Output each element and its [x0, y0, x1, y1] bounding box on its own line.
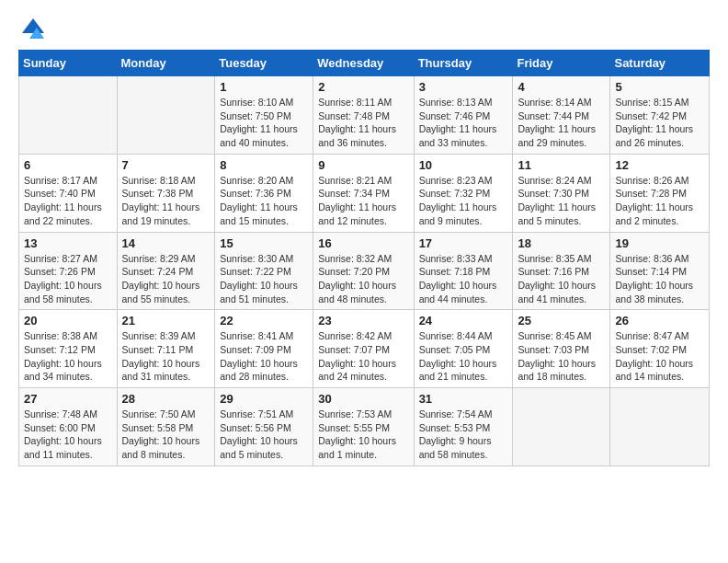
- calendar-week-5: 27Sunrise: 7:48 AMSunset: 6:00 PMDayligh…: [19, 388, 710, 466]
- day-number: 25: [518, 314, 605, 327]
- day-number: 27: [24, 392, 112, 406]
- calendar-cell: 31Sunrise: 7:54 AMSunset: 5:53 PMDayligh…: [414, 388, 513, 466]
- day-detail: Sunrise: 8:29 AMSunset: 7:24 PMDaylight:…: [122, 252, 210, 306]
- day-number: 8: [220, 158, 308, 172]
- calendar-week-3: 13Sunrise: 8:27 AMSunset: 7:26 PMDayligh…: [19, 232, 710, 310]
- day-number: 21: [122, 314, 210, 327]
- calendar-cell: 18Sunrise: 8:35 AMSunset: 7:16 PMDayligh…: [513, 232, 610, 310]
- day-number: 24: [419, 314, 508, 327]
- calendar-cell: 22Sunrise: 8:41 AMSunset: 7:09 PMDayligh…: [215, 310, 313, 388]
- day-number: 15: [220, 236, 308, 250]
- calendar-cell: 9Sunrise: 8:21 AMSunset: 7:34 PMDaylight…: [313, 154, 414, 232]
- day-number: 26: [615, 314, 704, 327]
- calendar-cell: [513, 388, 610, 466]
- day-header-monday: Monday: [117, 51, 215, 76]
- calendar-cell: 23Sunrise: 8:42 AMSunset: 7:07 PMDayligh…: [313, 310, 414, 388]
- logo: [18, 15, 51, 44]
- day-header-friday: Friday: [513, 51, 610, 76]
- day-detail: Sunrise: 8:41 AMSunset: 7:09 PMDaylight:…: [220, 329, 308, 384]
- calendar-cell: 4Sunrise: 8:14 AMSunset: 7:44 PMDaylight…: [513, 76, 610, 155]
- day-detail: Sunrise: 8:11 AMSunset: 7:48 PMDaylight:…: [318, 96, 408, 150]
- day-detail: Sunrise: 8:26 AMSunset: 7:28 PMDaylight:…: [615, 174, 704, 228]
- calendar-cell: [610, 388, 710, 466]
- calendar-cell: 2Sunrise: 8:11 AMSunset: 7:48 PMDaylight…: [313, 76, 414, 155]
- day-number: 29: [220, 392, 308, 406]
- logo-icon: [18, 15, 48, 44]
- day-header-wednesday: Wednesday: [313, 51, 414, 76]
- day-detail: Sunrise: 7:51 AMSunset: 5:56 PMDaylight:…: [220, 408, 308, 462]
- calendar-cell: 13Sunrise: 8:27 AMSunset: 7:26 PMDayligh…: [19, 232, 118, 310]
- calendar-cell: 12Sunrise: 8:26 AMSunset: 7:28 PMDayligh…: [610, 154, 710, 232]
- calendar-cell: 17Sunrise: 8:33 AMSunset: 7:18 PMDayligh…: [414, 232, 513, 310]
- day-detail: Sunrise: 8:23 AMSunset: 7:32 PMDaylight:…: [419, 174, 508, 228]
- day-detail: Sunrise: 8:10 AMSunset: 7:50 PMDaylight:…: [220, 96, 308, 150]
- calendar-cell: 8Sunrise: 8:20 AMSunset: 7:36 PMDaylight…: [215, 154, 313, 232]
- calendar-cell: 14Sunrise: 8:29 AMSunset: 7:24 PMDayligh…: [117, 232, 215, 310]
- calendar-cell: 27Sunrise: 7:48 AMSunset: 6:00 PMDayligh…: [19, 388, 118, 466]
- day-number: 22: [220, 314, 308, 327]
- day-detail: Sunrise: 8:21 AMSunset: 7:34 PMDaylight:…: [318, 174, 408, 228]
- day-number: 31: [419, 392, 508, 406]
- day-number: 13: [24, 236, 112, 250]
- day-detail: Sunrise: 8:27 AMSunset: 7:26 PMDaylight:…: [24, 252, 112, 306]
- calendar-header-row: SundayMondayTuesdayWednesdayThursdayFrid…: [19, 51, 710, 76]
- day-detail: Sunrise: 8:15 AMSunset: 7:42 PMDaylight:…: [615, 96, 704, 150]
- day-number: 7: [122, 158, 210, 172]
- day-detail: Sunrise: 8:32 AMSunset: 7:20 PMDaylight:…: [318, 252, 408, 306]
- day-detail: Sunrise: 8:39 AMSunset: 7:11 PMDaylight:…: [122, 329, 210, 384]
- day-number: 20: [24, 314, 112, 327]
- day-number: 19: [615, 236, 704, 250]
- day-detail: Sunrise: 8:14 AMSunset: 7:44 PMDaylight:…: [518, 96, 605, 150]
- day-detail: Sunrise: 8:24 AMSunset: 7:30 PMDaylight:…: [518, 174, 605, 228]
- calendar-cell: 19Sunrise: 8:36 AMSunset: 7:14 PMDayligh…: [610, 232, 710, 310]
- calendar-cell: 10Sunrise: 8:23 AMSunset: 7:32 PMDayligh…: [414, 154, 513, 232]
- day-number: 5: [615, 80, 704, 94]
- day-detail: Sunrise: 7:50 AMSunset: 5:58 PMDaylight:…: [122, 408, 210, 462]
- day-detail: Sunrise: 8:35 AMSunset: 7:16 PMDaylight:…: [518, 252, 605, 306]
- day-number: 12: [615, 158, 704, 172]
- calendar-cell: 7Sunrise: 8:18 AMSunset: 7:38 PMDaylight…: [117, 154, 215, 232]
- day-detail: Sunrise: 8:38 AMSunset: 7:12 PMDaylight:…: [24, 329, 112, 384]
- calendar-cell: 1Sunrise: 8:10 AMSunset: 7:50 PMDaylight…: [215, 76, 313, 155]
- day-detail: Sunrise: 8:30 AMSunset: 7:22 PMDaylight:…: [220, 252, 308, 306]
- calendar-cell: 28Sunrise: 7:50 AMSunset: 5:58 PMDayligh…: [117, 388, 215, 466]
- calendar-week-1: 1Sunrise: 8:10 AMSunset: 7:50 PMDaylight…: [19, 76, 710, 155]
- calendar-cell: 24Sunrise: 8:44 AMSunset: 7:05 PMDayligh…: [414, 310, 513, 388]
- svg-marker-0: [22, 18, 44, 33]
- calendar-cell: 3Sunrise: 8:13 AMSunset: 7:46 PMDaylight…: [414, 76, 513, 155]
- calendar-cell: 6Sunrise: 8:17 AMSunset: 7:40 PMDaylight…: [19, 154, 118, 232]
- calendar-cell: 25Sunrise: 8:45 AMSunset: 7:03 PMDayligh…: [513, 310, 610, 388]
- day-detail: Sunrise: 8:20 AMSunset: 7:36 PMDaylight:…: [220, 174, 308, 228]
- day-header-thursday: Thursday: [414, 51, 513, 76]
- calendar-cell: 16Sunrise: 8:32 AMSunset: 7:20 PMDayligh…: [313, 232, 414, 310]
- calendar-cell: 30Sunrise: 7:53 AMSunset: 5:55 PMDayligh…: [313, 388, 414, 466]
- day-number: 1: [220, 80, 308, 94]
- day-number: 17: [419, 236, 508, 250]
- day-header-saturday: Saturday: [610, 51, 710, 76]
- calendar-table: SundayMondayTuesdayWednesdayThursdayFrid…: [18, 50, 710, 466]
- page-container: SundayMondayTuesdayWednesdayThursdayFrid…: [0, 0, 728, 481]
- calendar-cell: 29Sunrise: 7:51 AMSunset: 5:56 PMDayligh…: [215, 388, 313, 466]
- day-number: 2: [318, 80, 408, 94]
- day-number: 23: [318, 314, 408, 327]
- calendar-week-4: 20Sunrise: 8:38 AMSunset: 7:12 PMDayligh…: [19, 310, 710, 388]
- day-detail: Sunrise: 8:33 AMSunset: 7:18 PMDaylight:…: [419, 252, 508, 306]
- day-number: 18: [518, 236, 605, 250]
- day-detail: Sunrise: 7:53 AMSunset: 5:55 PMDaylight:…: [318, 408, 408, 462]
- day-detail: Sunrise: 8:36 AMSunset: 7:14 PMDaylight:…: [615, 252, 704, 306]
- day-detail: Sunrise: 8:13 AMSunset: 7:46 PMDaylight:…: [419, 96, 508, 150]
- day-number: 14: [122, 236, 210, 250]
- day-detail: Sunrise: 8:42 AMSunset: 7:07 PMDaylight:…: [318, 329, 408, 384]
- day-number: 6: [24, 158, 112, 172]
- day-detail: Sunrise: 8:44 AMSunset: 7:05 PMDaylight:…: [419, 329, 508, 384]
- day-detail: Sunrise: 8:45 AMSunset: 7:03 PMDaylight:…: [518, 329, 605, 384]
- calendar-cell: 15Sunrise: 8:30 AMSunset: 7:22 PMDayligh…: [215, 232, 313, 310]
- calendar-week-2: 6Sunrise: 8:17 AMSunset: 7:40 PMDaylight…: [19, 154, 710, 232]
- day-header-sunday: Sunday: [19, 51, 118, 76]
- calendar-cell: [117, 76, 215, 155]
- calendar-cell: 20Sunrise: 8:38 AMSunset: 7:12 PMDayligh…: [19, 310, 118, 388]
- day-number: 28: [122, 392, 210, 406]
- calendar-cell: 21Sunrise: 8:39 AMSunset: 7:11 PMDayligh…: [117, 310, 215, 388]
- header: [18, 15, 710, 44]
- day-detail: Sunrise: 7:54 AMSunset: 5:53 PMDaylight:…: [419, 408, 508, 462]
